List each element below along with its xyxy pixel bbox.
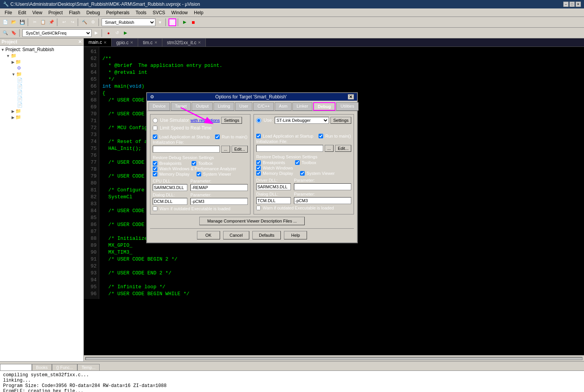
dlg-tab-listing[interactable]: Listing — [214, 102, 234, 111]
toolbox-checkbox-right[interactable] — [295, 160, 300, 165]
sidebar-item-drivers-hal[interactable]: ▶ 📁 Drivers/STM32F1xx_HAL_Dri... — [1, 108, 83, 114]
sidebar-item-drivers-cmsis[interactable]: ▶ 📁 Drivers/CMSIS — [1, 114, 83, 120]
sidebar-item-stm32-hal[interactable]: 📄 stm32f1xx_hal_msp.c — [1, 102, 83, 108]
tab-stm32-it-close[interactable]: ✕ — [198, 40, 201, 45]
driver-param-input[interactable] — [294, 183, 351, 190]
init-file-browse-left[interactable]: ... — [221, 146, 230, 153]
init-file-edit-right[interactable]: Edit... — [335, 145, 351, 152]
paste-icon[interactable]: 📌 — [48, 18, 55, 26]
simulator-settings-button[interactable]: Settings — [221, 117, 242, 124]
sidebar-item-smart-rubbish[interactable]: ▼ 📁 Smart_Rubbish — [1, 53, 83, 59]
help-button[interactable]: Help — [284, 231, 307, 239]
tab-stm32-it[interactable]: stm32f1xx_it.c ✕ — [162, 38, 206, 47]
with-restrictions-link[interactable]: with restrictions — [190, 118, 220, 123]
dialog-param-input-left[interactable] — [190, 198, 248, 205]
code-horizontal-scrollbar[interactable] — [84, 355, 584, 361]
run2-icon[interactable]: ▶ — [122, 29, 129, 37]
warn-checkbox-right[interactable] — [256, 206, 261, 210]
reset-icon[interactable]: ↺ — [113, 29, 121, 37]
init-file-input-left[interactable] — [153, 146, 220, 153]
dlg-tab-user[interactable]: User — [235, 102, 252, 111]
sidebar-item-app-mdk[interactable]: ▶ 📁 Application/MDK-ARM — [1, 59, 83, 65]
undo-icon[interactable]: ↩ — [60, 18, 68, 26]
close-button[interactable]: ✕ — [576, 2, 581, 7]
debugger-select[interactable]: ST-Link Debugger — [275, 117, 329, 124]
tab-gpio-c[interactable]: gpio.c ✕ — [112, 38, 138, 47]
tab-temp[interactable]: Temp... — [77, 364, 100, 370]
dlg-tab-utilities[interactable]: Utilities — [336, 102, 358, 111]
menu-help[interactable]: Help — [191, 9, 207, 16]
init-file-input-right[interactable] — [256, 145, 323, 152]
breakpoints-checkbox-right[interactable] — [256, 160, 261, 165]
toolbox-checkbox-left[interactable] — [192, 161, 196, 166]
watch-checkbox-right[interactable] — [256, 166, 261, 170]
tab-tim-c[interactable]: tim.c ✕ — [138, 38, 162, 47]
menu-project[interactable]: Project — [45, 9, 66, 16]
sidebar-item-gpio-c[interactable]: 📄 gpio.c — [1, 83, 83, 90]
dlg-tab-target[interactable]: Target — [171, 102, 191, 111]
menu-peripherals[interactable]: Peripherals — [103, 9, 133, 16]
tab-books[interactable]: Books — [32, 364, 52, 370]
limit-speed-checkbox[interactable] — [153, 126, 157, 130]
ok-button[interactable]: OK — [197, 231, 220, 239]
cut-icon[interactable]: ✂ — [31, 18, 38, 26]
sidebar-item-cmsis[interactable]: ⚙ CMSIS — [1, 65, 83, 71]
memory-checkbox-right[interactable] — [256, 171, 261, 176]
run-icon[interactable]: ● — [105, 29, 112, 37]
dlg-tab-cpp[interactable]: C/C++ — [253, 102, 274, 111]
sidebar-item-stm32-it[interactable]: 📄 stm32f1xx_it.c — [1, 96, 83, 102]
run-to-main-checkbox-right[interactable] — [319, 134, 323, 138]
menu-file[interactable]: File — [2, 9, 15, 16]
bookmark-icon[interactable]: 🔖 — [10, 29, 18, 37]
dlg-tab-device[interactable]: Device — [149, 102, 170, 111]
cancel-button[interactable]: Cancel — [223, 231, 249, 239]
dialog-param-input-right[interactable] — [294, 197, 351, 204]
load-app-checkbox-left[interactable] — [153, 135, 157, 139]
save-icon[interactable]: 💾 — [18, 18, 26, 26]
watch-checkbox-left[interactable] — [153, 166, 157, 171]
new-file-icon[interactable]: 📄 — [2, 18, 9, 26]
redo-icon[interactable]: ↪ — [68, 18, 76, 26]
warn-checkbox-left[interactable] — [153, 206, 157, 211]
use-simulator-radio[interactable] — [153, 118, 158, 123]
memory-checkbox-left[interactable] — [153, 172, 157, 176]
menu-flash[interactable]: Flash — [66, 9, 83, 16]
sidebar-item-main-c[interactable]: 📄 main.c — [1, 77, 83, 83]
build-icon[interactable]: 🔨 — [81, 18, 88, 26]
open-icon[interactable]: 📂 — [10, 18, 18, 26]
menu-edit[interactable]: Edit — [15, 9, 29, 16]
defaults-button[interactable]: Defaults — [252, 231, 281, 239]
function-combo[interactable]: SysCtrl_GetHClkFreq — [22, 29, 92, 37]
dialog-dll-input-right[interactable] — [256, 197, 291, 204]
h-scrollbar-track[interactable] — [85, 357, 582, 360]
copy-icon[interactable]: 📋 — [39, 18, 47, 26]
cpu-param-input[interactable] — [190, 184, 248, 191]
breakpoints-checkbox-left[interactable] — [153, 161, 157, 166]
dropdown-icon[interactable]: ▼ — [156, 18, 164, 26]
rebuild-icon[interactable]: ⚙ — [89, 18, 97, 26]
dlg-tab-debug[interactable]: Debug — [313, 102, 335, 111]
dialog-close-button[interactable]: ✕ — [348, 94, 354, 100]
debug-start-icon[interactable]: ▶ — [181, 18, 189, 26]
menu-tools[interactable]: Tools — [133, 9, 150, 16]
menu-window[interactable]: Window — [168, 9, 191, 16]
debug-stop-icon[interactable]: ⏹ — [189, 18, 197, 26]
sidebar-close-icon[interactable]: ✕ — [78, 39, 82, 45]
tab-functions[interactable]: {} Func... — [52, 364, 77, 370]
init-file-edit-left[interactable]: Edit... — [232, 146, 248, 153]
dlg-tab-asm[interactable]: Asm — [275, 102, 292, 111]
dialog-dll-input-left[interactable] — [153, 198, 187, 205]
dlg-tab-linker[interactable]: Linker — [292, 102, 312, 111]
tab-build-output[interactable]: Build Output — [0, 364, 32, 370]
target-combo[interactable]: Smart_Rubbish — [102, 18, 155, 26]
titlebar-controls[interactable]: – □ ✕ — [563, 2, 581, 7]
sidebar-item-tim-c[interactable]: 📄 tim.c — [1, 90, 83, 96]
tab-main-c-close[interactable]: ✕ — [103, 40, 107, 45]
options-icon[interactable]: ⚙ — [169, 18, 176, 26]
use-debugger-radio[interactable] — [256, 118, 261, 123]
dlg-tab-output[interactable]: Output — [192, 102, 213, 111]
load-app-checkbox-right[interactable] — [256, 134, 261, 138]
find-icon[interactable]: 🔍 — [2, 29, 9, 37]
menu-view[interactable]: View — [29, 9, 45, 16]
init-file-browse-right[interactable]: ... — [325, 145, 334, 152]
